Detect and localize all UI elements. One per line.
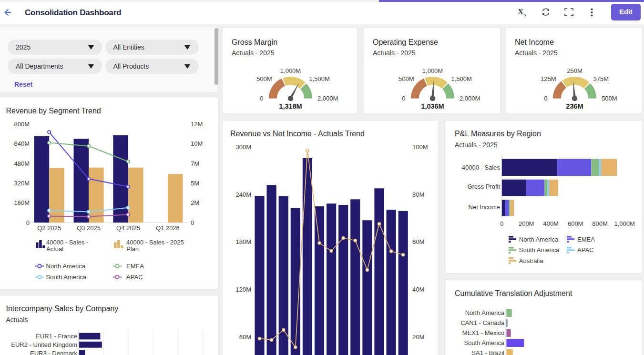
svg-text:250M: 250M <box>567 67 583 74</box>
svg-text:North America: North America <box>465 309 505 316</box>
svg-text:800M: 800M <box>14 121 30 128</box>
svg-text:12M: 12M <box>191 121 203 128</box>
svg-text:800M: 800M <box>592 220 608 227</box>
svg-text:480M: 480M <box>14 160 30 167</box>
svg-text:5M: 5M <box>191 180 199 187</box>
svg-text:80M: 80M <box>412 191 424 198</box>
svg-text:125M: 125M <box>541 75 556 82</box>
svg-text:South America: South America <box>464 339 504 346</box>
svg-text:0: 0 <box>191 219 194 226</box>
svg-text:300M: 300M <box>235 143 251 151</box>
svg-text:100M: 100M <box>412 143 428 151</box>
svg-text:180M: 180M <box>235 238 251 245</box>
svg-text:40000 - Sales: 40000 - Sales <box>462 164 501 171</box>
svg-text:240M: 240M <box>235 191 251 198</box>
svg-text:60M: 60M <box>239 334 251 341</box>
svg-text:500M: 500M <box>602 95 617 102</box>
svg-text:7M: 7M <box>191 160 199 167</box>
svg-text:236M: 236M <box>566 102 583 110</box>
svg-text:640M: 640M <box>14 140 30 147</box>
svg-text:2M: 2M <box>191 199 199 206</box>
svg-text:Q2 2025: Q2 2025 <box>37 224 61 232</box>
svg-text:10M: 10M <box>191 140 203 147</box>
svg-text:40M: 40M <box>412 286 424 293</box>
svg-text:1,318M: 1,318M <box>279 102 302 110</box>
svg-text:Net Income: Net Income <box>469 203 500 211</box>
svg-text:0: 0 <box>402 95 405 102</box>
svg-text:120M: 120M <box>235 286 251 293</box>
svg-text:0: 0 <box>260 95 263 102</box>
svg-text:SA1 - Brazil: SA1 - Brazil <box>471 349 504 355</box>
svg-text:0: 0 <box>544 95 547 102</box>
svg-text:2,000M: 2,000M <box>460 95 480 102</box>
svg-text:500M: 500M <box>256 75 272 82</box>
svg-text:1,000M: 1,000M <box>280 67 301 74</box>
svg-text:0: 0 <box>500 220 503 227</box>
svg-text:1,500M: 1,500M <box>451 75 472 82</box>
svg-text:EUR3 - Denmark: EUR3 - Denmark <box>30 350 77 355</box>
svg-text:Q4 2025: Q4 2025 <box>116 224 140 232</box>
svg-text:Q3 2025: Q3 2025 <box>77 224 101 232</box>
svg-text:1,500M: 1,500M <box>309 75 330 82</box>
svg-text:200M: 200M <box>519 220 534 227</box>
svg-text:320M: 320M <box>14 180 30 187</box>
svg-text:600M: 600M <box>568 220 583 227</box>
svg-text:375M: 375M <box>593 75 609 82</box>
svg-text:400M: 400M <box>543 220 559 227</box>
svg-text:Gross Profit: Gross Profit <box>467 183 500 190</box>
svg-text:0: 0 <box>26 219 30 226</box>
svg-text:1,036M: 1,036M <box>421 102 444 110</box>
svg-text:Q1 2026: Q1 2026 <box>156 224 180 232</box>
svg-text:1,000M: 1,000M <box>422 67 443 74</box>
svg-text:MEX1 - Mexico: MEX1 - Mexico <box>462 329 504 336</box>
svg-text:60M: 60M <box>412 238 424 245</box>
svg-text:500M: 500M <box>399 75 414 82</box>
svg-text:EUR1 - France: EUR1 - France <box>36 333 77 340</box>
svg-text:2,000M: 2,000M <box>317 95 338 102</box>
svg-text:1,000M: 1,000M <box>614 220 634 227</box>
svg-text:20M: 20M <box>412 334 424 341</box>
svg-text:EUR2 - United Kingdom: EUR2 - United Kingdom <box>11 341 77 348</box>
svg-text:CAN1 - Canada: CAN1 - Canada <box>460 319 505 326</box>
svg-text:160M: 160M <box>14 199 30 206</box>
